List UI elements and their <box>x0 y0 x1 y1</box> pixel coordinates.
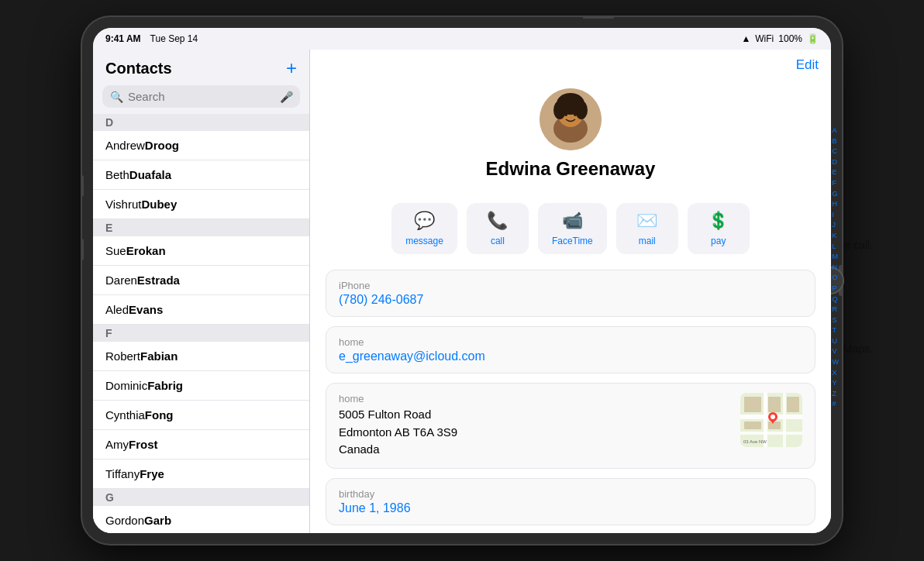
address-line2: Edmonton AB T6A 3S9 <box>339 424 457 442</box>
contact-item[interactable]: Tiffany Frye <box>93 459 309 489</box>
phone-card[interactable]: iPhone (780) 246-0687 <box>326 270 815 317</box>
birthday-card[interactable]: birthday June 1, 1986 <box>326 478 815 525</box>
phone-label: iPhone <box>339 280 802 291</box>
contact-hero: Edwina Greenaway <box>310 81 831 195</box>
email-value[interactable]: e_greenaway@icloud.com <box>339 349 802 363</box>
detail-panel: Edit <box>310 50 831 533</box>
contact-item[interactable]: Aled Evans <box>93 295 309 325</box>
mic-icon: 🎤 <box>280 91 293 103</box>
birthday-value[interactable]: June 1, 1986 <box>339 501 802 515</box>
contact-item[interactable]: Gordon Garb <box>93 506 309 533</box>
status-bar: 9:41 AM Tue Sep 14 ▲ WiFi 100% 🔋 <box>93 28 831 50</box>
section-header-e: E <box>93 219 309 236</box>
edit-button[interactable]: Edit <box>796 57 819 73</box>
sidebar-header: Contacts + <box>93 50 309 85</box>
contact-item[interactable]: Sue Erokan <box>93 236 309 266</box>
sidebar: Contacts + 🔍 🎤 D Andrew Droog Be <box>93 50 310 533</box>
section-header-f: F <box>93 325 309 342</box>
email-label: home <box>339 336 802 348</box>
status-date: Tue Sep 14 <box>150 33 198 44</box>
mail-button[interactable]: ✉️ mail <box>616 203 678 254</box>
avatar-image <box>540 88 602 150</box>
svg-point-7 <box>553 101 566 119</box>
contact-amy-frost[interactable]: Amy Frost <box>93 430 309 459</box>
pay-icon: 💲 <box>708 211 729 231</box>
detail-header: Edit <box>310 50 831 81</box>
svg-rect-16 <box>744 397 761 412</box>
contact-list: D Andrew Droog Beth Duafala Vishrut Dube… <box>93 114 309 533</box>
battery-level: 100% <box>778 33 802 44</box>
facetime-button[interactable]: 📹 FaceTime <box>538 203 607 254</box>
svg-text:03 Ave NW: 03 Ave NW <box>743 439 767 444</box>
avatar <box>540 88 602 150</box>
volume-up-button <box>81 175 84 197</box>
call-button[interactable]: 📞 call <box>467 203 529 254</box>
volume-down-button <box>81 239 84 260</box>
svg-point-9 <box>564 113 567 116</box>
wifi-label: WiFi <box>755 33 774 44</box>
address-label: home <box>339 393 457 404</box>
svg-rect-20 <box>768 422 781 429</box>
birthday-label: birthday <box>339 488 802 500</box>
contact-item[interactable]: Cynthia Fong <box>93 401 309 430</box>
svg-rect-13 <box>740 432 802 435</box>
contact-item[interactable]: Vishrut Dubey <box>93 190 309 219</box>
svg-rect-19 <box>744 422 761 429</box>
wifi-icon: ▲ <box>741 33 750 44</box>
contact-item[interactable]: Daren Estrada <box>93 266 309 295</box>
contact-item[interactable]: Beth Duafala <box>93 160 309 190</box>
add-contact-button[interactable]: + <box>286 57 297 79</box>
ipad-screen: 9:41 AM Tue Sep 14 ▲ WiFi 100% 🔋 Contact… <box>93 28 831 533</box>
mail-icon: ✉️ <box>636 211 657 231</box>
search-input[interactable] <box>128 90 275 103</box>
search-icon: 🔍 <box>110 91 123 103</box>
contact-item[interactable]: Andrew Droog <box>93 131 309 160</box>
main-content: Contacts + 🔍 🎤 D Andrew Droog Be <box>93 50 831 533</box>
svg-rect-18 <box>787 397 799 412</box>
ipad-frame: 9:41 AM Tue Sep 14 ▲ WiFi 100% 🔋 Contact… <box>82 17 842 544</box>
address-card[interactable]: home 5005 Fulton Road Edmonton AB T6A 3S… <box>326 383 815 469</box>
facetime-icon: 📹 <box>562 211 583 231</box>
call-label: call <box>491 236 505 246</box>
pay-label: pay <box>711 236 726 246</box>
search-bar[interactable]: 🔍 🎤 <box>102 85 300 108</box>
contact-name: Edwina Greenaway <box>486 158 656 180</box>
svg-point-22 <box>771 415 775 419</box>
address-line3: Canada <box>339 441 457 459</box>
svg-rect-15 <box>783 393 786 447</box>
section-header-g: G <box>93 489 309 506</box>
message-button[interactable]: 💬 message <box>391 203 457 254</box>
battery-icon: 🔋 <box>807 33 819 44</box>
section-header-d: D <box>93 114 309 131</box>
map-thumbnail[interactable]: 03 Ave NW <box>740 393 802 447</box>
contact-item[interactable]: Dominic Fabrig <box>93 371 309 401</box>
contact-item[interactable]: Robert Fabian <box>93 342 309 371</box>
message-label: message <box>405 236 443 246</box>
action-buttons: 💬 message 📞 call 📹 FaceTime ✉️ <box>310 195 831 270</box>
info-section: iPhone (780) 246-0687 home e_greenaway@i… <box>310 270 831 533</box>
address-line1: 5005 Fulton Road <box>339 406 457 424</box>
call-icon: 📞 <box>487 211 508 231</box>
mail-label: mail <box>639 236 656 246</box>
message-icon: 💬 <box>414 211 435 231</box>
svg-rect-17 <box>768 397 781 412</box>
status-time: 9:41 AM <box>105 33 141 44</box>
pay-button[interactable]: 💲 pay <box>688 203 750 254</box>
power-button <box>583 15 614 19</box>
map-svg: 03 Ave NW <box>740 393 802 447</box>
facetime-label: FaceTime <box>552 236 593 246</box>
sidebar-title: Contacts <box>105 60 172 77</box>
status-right: ▲ WiFi 100% 🔋 <box>741 33 819 44</box>
svg-point-8 <box>575 101 588 119</box>
phone-value[interactable]: (780) 246-0687 <box>339 293 802 307</box>
email-card[interactable]: home e_greenaway@icloud.com <box>326 326 815 373</box>
address-text-block: home 5005 Fulton Road Edmonton AB T6A 3S… <box>339 393 457 459</box>
svg-point-10 <box>574 113 577 116</box>
